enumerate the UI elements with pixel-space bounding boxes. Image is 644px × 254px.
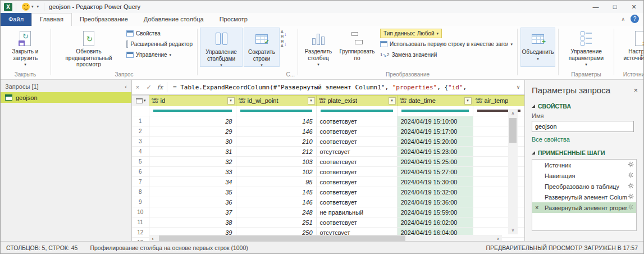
table-row: 431212отсутсвует2024/04/19 15:23:00 bbox=[132, 147, 524, 157]
dropdown-arrow-icon: ▾ bbox=[510, 42, 513, 47]
scroll-left-icon[interactable]: ‹ bbox=[149, 236, 157, 242]
properties-section-header[interactable]: СВОЙСТВА bbox=[525, 99, 643, 111]
any-type-icon: ABC123 bbox=[476, 98, 483, 104]
expand-formula-bar-icon[interactable]: ∨ bbox=[512, 84, 524, 90]
help-button[interactable]: ? bbox=[631, 15, 639, 23]
advanced-editor-button[interactable]: Расширенный редактор bbox=[126, 39, 193, 49]
query-list-item-geojson[interactable]: geojson bbox=[1, 92, 131, 103]
formula-cancel-icon[interactable]: × bbox=[132, 84, 143, 90]
step-settings-gear-icon[interactable] bbox=[628, 183, 634, 190]
ribbon-overflow-icon[interactable]: ▸ bbox=[641, 53, 643, 58]
ribbon-home: ↻ Закрыть и загрузить ▾ Закрыть ↻ Обнови… bbox=[1, 26, 643, 80]
section-expanded-icon bbox=[532, 151, 535, 155]
queries-pane-header: Запросы [1] bbox=[5, 83, 39, 90]
vertical-scrollbar[interactable]: ∧ ∨ bbox=[508, 109, 518, 234]
sort-descending-button[interactable]: ЯА↓ bbox=[281, 39, 293, 48]
maximize-button[interactable]: □ bbox=[605, 1, 624, 13]
minimize-button[interactable]: — bbox=[586, 1, 605, 13]
profiling-status[interactable]: Профилирование столбца на основе первых … bbox=[90, 244, 248, 251]
tab-view[interactable]: Просмотр bbox=[212, 13, 255, 26]
group-transform: Разделить столбец ▾ Группировать по Тип … bbox=[299, 26, 517, 79]
queries-pane: Запросы [1] ‹ geojson bbox=[1, 80, 132, 242]
tab-home[interactable]: Главная bbox=[31, 13, 72, 26]
data-type-button[interactable]: Тип данных: Любой▾ bbox=[380, 29, 513, 38]
table-row: 128145соответсвует2024/04/19 15:10:00 bbox=[132, 116, 524, 126]
preview-loaded-status: ПРЕДВАРИТЕЛЬНЫЙ ПРОСМОТР ЗАГРУЖЕН В 17:5… bbox=[486, 244, 638, 251]
group-by-icon bbox=[350, 29, 364, 47]
tab-add-column[interactable]: Добавление столбца bbox=[136, 13, 212, 26]
data-preview-grid: ▾ ABC123id▾ ABC123id_wi_point▾ ABC123pla… bbox=[132, 95, 524, 242]
combine-button[interactable]: + Объединить ▾ bbox=[520, 28, 555, 67]
ribbon-separator bbox=[51, 29, 51, 75]
group-label-data-sources: Источники да bbox=[615, 70, 643, 79]
smiley-dropdown-icon[interactable]: ▾ bbox=[31, 4, 34, 9]
formula-input[interactable]: = Table.ExpandRecordColumn(#"Развернутый… bbox=[170, 84, 512, 91]
dropdown-arrow-icon: ▾ bbox=[261, 62, 263, 67]
applied-steps-section-header[interactable]: ПРИМЕНЕННЫЕ ШАГИ bbox=[525, 146, 643, 158]
table-row: 1037248не правильный2024/04/19 15:59:00 bbox=[132, 207, 524, 217]
properties-button[interactable]: Свойства bbox=[126, 29, 193, 38]
group-label-parameters: Параметры bbox=[559, 70, 613, 79]
step-expanded-properties[interactable]: × Развернутый элемент proper... bbox=[532, 202, 636, 213]
scroll-down-icon[interactable]: ∨ bbox=[511, 228, 515, 233]
column-header-date-time[interactable]: ABC123date_time▾ bbox=[397, 96, 473, 106]
filter-dropdown-icon[interactable]: ▾ bbox=[389, 97, 396, 105]
formula-accept-icon[interactable]: ✓ bbox=[143, 84, 154, 91]
filter-dropdown-icon[interactable]: ▾ bbox=[227, 97, 235, 105]
step-settings-gear-icon[interactable] bbox=[628, 172, 634, 179]
any-type-icon: ABC123 bbox=[319, 98, 326, 104]
query-name-input[interactable] bbox=[532, 121, 634, 132]
delete-step-icon[interactable]: × bbox=[535, 204, 538, 211]
step-converted-to-table[interactable]: Преобразовано в таблицу bbox=[532, 181, 636, 192]
manage-columns-icon bbox=[216, 30, 227, 48]
dropdown-arrow-icon: ▾ bbox=[170, 53, 172, 57]
step-settings-gear-icon[interactable] bbox=[628, 161, 634, 169]
manage-parameters-button[interactable]: Управление параметрами ▾ bbox=[561, 28, 611, 67]
data-source-settings-button[interactable]: ✱ Настройк источника да bbox=[616, 28, 643, 67]
select-all-corner[interactable]: ▾ bbox=[132, 96, 149, 106]
group-by-button[interactable]: Группировать по bbox=[336, 28, 378, 67]
split-column-button[interactable]: Разделить столбец ▾ bbox=[300, 28, 336, 67]
step-navigation[interactable]: Навигация bbox=[532, 170, 636, 181]
tab-file[interactable]: Файл bbox=[1, 13, 31, 26]
filter-dropdown-icon[interactable]: ▾ bbox=[464, 97, 472, 105]
vertical-scrollbar-thumb[interactable] bbox=[509, 118, 517, 143]
scroll-up-icon[interactable]: ∧ bbox=[511, 111, 515, 116]
step-source[interactable]: Источник bbox=[532, 160, 636, 170]
feedback-smiley-icon[interactable] bbox=[22, 3, 30, 11]
column-header-plate-exist[interactable]: ABC123plate_exist▾ bbox=[316, 96, 397, 106]
collapse-queries-pane-icon[interactable]: ‹ bbox=[125, 83, 127, 90]
step-settings-gear-icon[interactable] bbox=[628, 204, 634, 211]
group-label-transform: Преобразование bbox=[299, 70, 517, 79]
all-properties-link[interactable]: Все свойства bbox=[525, 134, 643, 146]
ribbon-tab-strip: Файл Главная Преобразование Добавление с… bbox=[1, 13, 643, 26]
step-expanded-column1[interactable]: Развернутый элемент Colum... bbox=[532, 192, 636, 202]
collapse-ribbon-icon[interactable]: ∧ bbox=[621, 16, 625, 22]
group-parameters: Управление параметрами ▾ Параметры bbox=[559, 26, 613, 79]
excel-app-icon[interactable]: X bbox=[4, 3, 12, 11]
manage-query-button[interactable]: Управление ▾ bbox=[126, 50, 193, 60]
close-panel-icon[interactable]: × bbox=[633, 86, 638, 94]
dropdown-arrow-icon: ▾ bbox=[144, 98, 146, 103]
sort-ascending-button[interactable]: АЯ↓ bbox=[281, 30, 293, 38]
close-button[interactable]: × bbox=[624, 1, 643, 13]
manage-columns-button[interactable]: Управление столбцами ▾ bbox=[200, 28, 243, 67]
query-settings-title: Параметры запроса bbox=[532, 85, 610, 95]
titlebar-separator bbox=[44, 3, 44, 11]
use-first-row-as-headers-button[interactable]: Использовать первую строку в качестве за… bbox=[380, 39, 513, 49]
close-and-load-button[interactable]: ↻ Закрыть и загрузить ▾ bbox=[3, 28, 48, 67]
tab-transform[interactable]: Преобразование bbox=[72, 13, 136, 26]
reduce-rows-button[interactable]: ✓ Сократить строки ▾ bbox=[244, 28, 280, 67]
column-header-id[interactable]: ABC123id▾ bbox=[149, 96, 236, 106]
quick-access-toolbar-dropdown-icon[interactable]: ▾ bbox=[37, 4, 39, 9]
table-row: 330210соответсвует2024/04/19 15:20:00 bbox=[132, 137, 524, 147]
formula-bar: × ✓ fx = Table.ExpandRecordColumn(#"Разв… bbox=[132, 80, 524, 95]
scroll-right-icon[interactable]: › bbox=[494, 236, 502, 242]
replace-values-button[interactable]: 1↘2 Замена значений bbox=[380, 50, 513, 60]
column-header-air-temp[interactable]: ABC123air_temp bbox=[473, 96, 524, 106]
refresh-preview-button[interactable]: ↻ Обновить предварительный просмотр ▾ bbox=[53, 28, 124, 67]
any-type-icon: ABC123 bbox=[239, 98, 246, 104]
filter-dropdown-icon[interactable]: ▾ bbox=[308, 97, 315, 105]
column-header-id-wi-point[interactable]: ABC123id_wi_point▾ bbox=[236, 96, 316, 106]
step-settings-gear-icon[interactable] bbox=[628, 193, 634, 201]
